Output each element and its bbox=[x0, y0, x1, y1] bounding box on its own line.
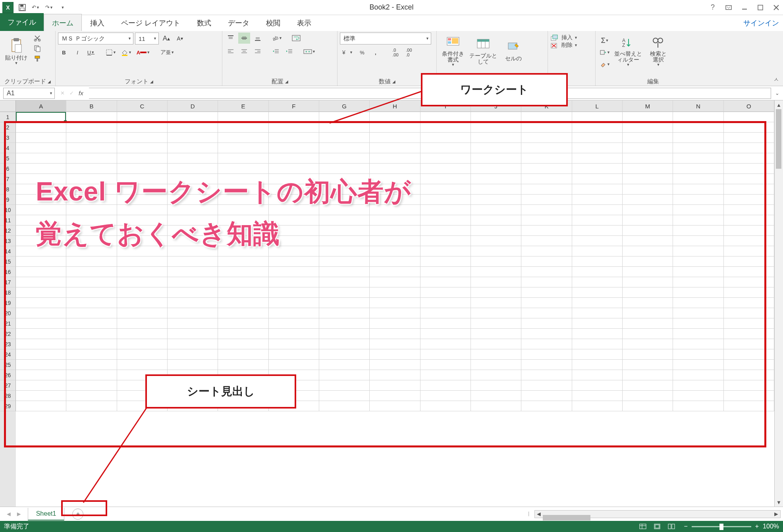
cell-L4[interactable] bbox=[572, 143, 623, 153]
cell-L23[interactable] bbox=[572, 339, 623, 349]
tab-file[interactable]: ファイル bbox=[0, 13, 44, 31]
cell-C18[interactable] bbox=[117, 287, 168, 298]
cell-H16[interactable] bbox=[370, 267, 420, 277]
cell-C17[interactable] bbox=[117, 277, 168, 287]
cell-O19[interactable] bbox=[724, 298, 774, 308]
row-header-21[interactable]: 21 bbox=[0, 318, 16, 329]
cell-N6[interactable] bbox=[673, 164, 723, 174]
cell-E4[interactable] bbox=[218, 143, 268, 153]
cell-O26[interactable] bbox=[724, 370, 774, 380]
cell-G15[interactable] bbox=[319, 256, 370, 267]
cell-M1[interactable] bbox=[623, 112, 673, 122]
cell-K15[interactable] bbox=[521, 256, 572, 267]
cell-J10[interactable] bbox=[471, 205, 521, 215]
cell-N20[interactable] bbox=[673, 308, 723, 318]
row-header-14[interactable]: 14 bbox=[0, 246, 16, 256]
accounting-format-icon[interactable]: ¥▼ bbox=[340, 47, 355, 58]
cell-E15[interactable] bbox=[218, 256, 268, 267]
cell-F5[interactable] bbox=[269, 153, 319, 164]
cell-D21[interactable] bbox=[168, 318, 218, 329]
vertical-scrollbar[interactable]: ▲ ▼ bbox=[774, 100, 783, 507]
align-middle-icon[interactable] bbox=[238, 33, 250, 44]
cell-I8[interactable] bbox=[420, 184, 471, 195]
cell-J1[interactable] bbox=[471, 112, 521, 122]
cell-D3[interactable] bbox=[168, 133, 218, 143]
col-header-D[interactable]: D bbox=[168, 100, 218, 112]
cell-K6[interactable] bbox=[521, 164, 572, 174]
row-header-17[interactable]: 17 bbox=[0, 277, 16, 287]
cell-H17[interactable] bbox=[370, 277, 420, 287]
tab-scroll-left-icon[interactable]: ◄ bbox=[6, 511, 12, 518]
cell-M19[interactable] bbox=[623, 298, 673, 308]
cell-O14[interactable] bbox=[724, 246, 774, 256]
tab-home[interactable]: ホーム bbox=[44, 14, 82, 31]
cell-A20[interactable] bbox=[16, 308, 66, 318]
cell-E19[interactable] bbox=[218, 298, 268, 308]
scroll-down-icon[interactable]: ▼ bbox=[775, 498, 783, 507]
clear-icon[interactable]: ▼ bbox=[598, 59, 612, 70]
increase-indent-icon[interactable] bbox=[284, 46, 295, 57]
cell-K27[interactable] bbox=[521, 380, 572, 391]
insert-cells-button[interactable]: 挿入 ▼ bbox=[550, 34, 578, 41]
cell-O7[interactable] bbox=[724, 174, 774, 184]
cell-B19[interactable] bbox=[66, 298, 117, 308]
cell-J15[interactable] bbox=[471, 256, 521, 267]
horizontal-scrollbar[interactable]: ◄ ► bbox=[534, 510, 781, 518]
row-header-12[interactable]: 12 bbox=[0, 226, 16, 236]
signin-link[interactable]: サインイン bbox=[743, 18, 779, 28]
cell-I28[interactable] bbox=[420, 391, 471, 401]
cell-M4[interactable] bbox=[623, 143, 673, 153]
cell-M8[interactable] bbox=[623, 184, 673, 195]
cell-D15[interactable] bbox=[168, 256, 218, 267]
increase-decimal-icon[interactable]: .0.00 bbox=[390, 47, 401, 58]
cell-K16[interactable] bbox=[521, 267, 572, 277]
cell-B26[interactable] bbox=[66, 370, 117, 380]
row-header-25[interactable]: 25 bbox=[0, 360, 16, 370]
cell-J24[interactable] bbox=[471, 349, 521, 360]
cell-J3[interactable] bbox=[471, 133, 521, 143]
cell-F19[interactable] bbox=[269, 298, 319, 308]
cell-N9[interactable] bbox=[673, 195, 723, 205]
cell-J2[interactable] bbox=[471, 122, 521, 133]
cell-J17[interactable] bbox=[471, 277, 521, 287]
cell-A27[interactable] bbox=[16, 380, 66, 391]
cell-J25[interactable] bbox=[471, 360, 521, 370]
cell-F2[interactable] bbox=[269, 122, 319, 133]
cell-M17[interactable] bbox=[623, 277, 673, 287]
cell-J6[interactable] bbox=[471, 164, 521, 174]
cell-G21[interactable] bbox=[319, 318, 370, 329]
cell-M2[interactable] bbox=[623, 122, 673, 133]
row-header-23[interactable]: 23 bbox=[0, 339, 16, 349]
cell-C1[interactable] bbox=[117, 112, 168, 122]
cell-M7[interactable] bbox=[623, 174, 673, 184]
autosum-icon[interactable]: Σ ▼ bbox=[598, 35, 612, 46]
cell-E2[interactable] bbox=[218, 122, 268, 133]
decrease-font-icon[interactable]: A▾ bbox=[174, 33, 186, 44]
cell-K7[interactable] bbox=[521, 174, 572, 184]
zoom-out-icon[interactable]: − bbox=[684, 523, 687, 530]
cell-L12[interactable] bbox=[572, 226, 623, 236]
cut-icon[interactable] bbox=[33, 34, 42, 42]
cell-M6[interactable] bbox=[623, 164, 673, 174]
underline-button[interactable]: U ▼ bbox=[85, 47, 97, 58]
cell-I14[interactable] bbox=[420, 246, 471, 256]
font-name-combo[interactable]: ＭＳ Ｐゴシック▼ bbox=[58, 33, 133, 44]
cell-O2[interactable] bbox=[724, 122, 774, 133]
cell-D22[interactable] bbox=[168, 329, 218, 339]
cell-L17[interactable] bbox=[572, 277, 623, 287]
cell-K21[interactable] bbox=[521, 318, 572, 329]
cell-N12[interactable] bbox=[673, 226, 723, 236]
cell-G19[interactable] bbox=[319, 298, 370, 308]
cell-B17[interactable] bbox=[66, 277, 117, 287]
cell-L20[interactable] bbox=[572, 308, 623, 318]
row-header-6[interactable]: 6 bbox=[0, 164, 16, 174]
orientation-icon[interactable]: ab▼ bbox=[270, 33, 284, 44]
cell-O28[interactable] bbox=[724, 391, 774, 401]
cell-L9[interactable] bbox=[572, 195, 623, 205]
cell-O21[interactable] bbox=[724, 318, 774, 329]
cell-I27[interactable] bbox=[420, 380, 471, 391]
qat-customize-icon[interactable]: ▼ bbox=[58, 3, 68, 12]
cell-M10[interactable] bbox=[623, 205, 673, 215]
font-launcher-icon[interactable]: ◢ bbox=[150, 79, 153, 84]
cell-A18[interactable] bbox=[16, 287, 66, 298]
